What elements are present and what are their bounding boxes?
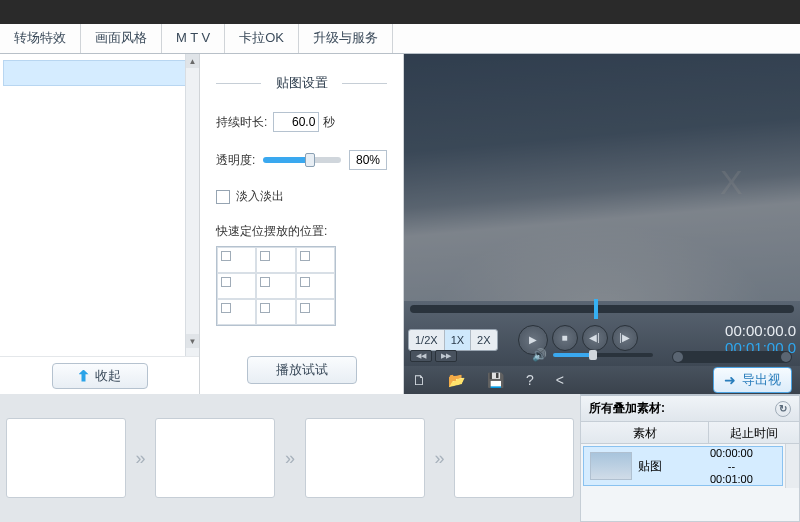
overlay-row[interactable]: 贴图 00:00:00 -- 00:01:00 (583, 446, 783, 486)
volume-slider[interactable] (553, 353, 653, 357)
playhead-icon[interactable] (594, 299, 598, 319)
tab-upgrade[interactable]: 升级与服务 (299, 24, 393, 53)
pos-br[interactable] (296, 299, 335, 325)
settings-panel: 贴图设置 持续时长: 秒 透明度: 淡入淡出 快速定位摆放的位置: 播放试试 (200, 54, 404, 394)
overlay-material-panel: 所有叠加素材: ↻ 素材 起止时间 贴图 00:00:00 -- 00:01:0… (580, 394, 800, 522)
player-controls: 1/2X 1X 2X ▶ ■ ◀| |▶ 00:00:00.0 00:01:00… (404, 301, 800, 365)
overlay-header: 所有叠加素材: (589, 400, 665, 417)
col-time: 起止时间 (709, 422, 799, 443)
timeline-clip[interactable] (155, 418, 275, 498)
collapse-label: 收起 (95, 367, 121, 385)
overlay-scrollbar[interactable] (785, 444, 799, 488)
timecode-current: 00:00:00.0 (725, 322, 796, 339)
timeline-clip[interactable] (6, 418, 126, 498)
tab-transition[interactable]: 转场特效 (0, 24, 81, 53)
duration-input[interactable] (273, 112, 319, 132)
pos-bc[interactable] (256, 299, 295, 325)
speed-half[interactable]: 1/2X (409, 330, 445, 350)
transition-icon[interactable]: » (130, 443, 152, 473)
tab-mtv[interactable]: M T V (162, 24, 225, 53)
prev-frame-button[interactable]: ◀| (582, 325, 608, 351)
speed-1x[interactable]: 1X (445, 330, 471, 350)
pos-tl[interactable] (217, 247, 256, 273)
overlay-name: 贴图 (638, 458, 710, 475)
pos-bl[interactable] (217, 299, 256, 325)
fade-checkbox[interactable] (216, 190, 230, 204)
h-scrollbar[interactable] (672, 351, 792, 363)
list-item-selected[interactable] (3, 60, 196, 86)
opacity-value[interactable] (349, 150, 387, 170)
refresh-button[interactable]: ↻ (775, 401, 791, 417)
video-preview[interactable]: X (404, 54, 800, 301)
fade-label: 淡入淡出 (236, 188, 284, 205)
export-button[interactable]: ➜ 导出视 (713, 367, 792, 393)
speed-selector[interactable]: 1/2X 1X 2X (408, 329, 498, 351)
opacity-slider[interactable] (263, 157, 341, 163)
skip-back-button[interactable]: ◀◀ (410, 350, 432, 362)
play-test-button[interactable]: 播放试试 (247, 356, 357, 384)
collapse-button[interactable]: 收起 (52, 363, 148, 389)
list-scrollbar[interactable]: ▲ ▼ (185, 54, 199, 394)
tab-style[interactable]: 画面风格 (81, 24, 162, 53)
export-icon: ➜ (724, 372, 736, 388)
pos-tc[interactable] (256, 247, 295, 273)
duration-unit: 秒 (323, 114, 335, 131)
open-button[interactable]: 📂 (448, 372, 465, 388)
duration-label: 持续时长: (216, 114, 267, 131)
pos-mr[interactable] (296, 273, 335, 299)
speed-2x[interactable]: 2X (471, 330, 496, 350)
skip-fwd-button[interactable]: ▶▶ (435, 350, 457, 362)
timeline-strip: » » » (0, 394, 580, 522)
pos-tr[interactable] (296, 247, 335, 273)
watermark: X (720, 163, 745, 202)
new-button[interactable]: 🗋 (412, 372, 426, 388)
export-label: 导出视 (742, 371, 781, 389)
stop-button[interactable]: ■ (552, 325, 578, 351)
timeline-clip[interactable] (305, 418, 425, 498)
position-grid[interactable] (216, 246, 336, 326)
scroll-down-icon[interactable]: ▼ (186, 334, 199, 348)
hourglass-icon (79, 370, 89, 382)
transition-icon[interactable]: » (279, 443, 301, 473)
panel-title: 贴图设置 (216, 74, 387, 92)
save-button[interactable]: 💾 (487, 372, 504, 388)
file-toolbar: 🗋 📂 💾 ? < ➜ 导出视 (404, 366, 800, 394)
pos-ml[interactable] (217, 273, 256, 299)
position-label: 快速定位摆放的位置: (216, 223, 387, 240)
timeline-clip[interactable] (454, 418, 574, 498)
opacity-label: 透明度: (216, 152, 255, 169)
help-button[interactable]: ? (526, 372, 534, 388)
scroll-up-icon[interactable]: ▲ (186, 54, 199, 68)
next-frame-button[interactable]: |▶ (612, 325, 638, 351)
pos-mc[interactable] (256, 273, 295, 299)
overlay-time: 00:00:00 -- 00:01:00 (710, 447, 753, 486)
tab-karaoke[interactable]: 卡拉OK (225, 24, 299, 53)
material-list-panel: ▲ ▼ 收起 (0, 54, 200, 394)
transition-icon[interactable]: » (429, 443, 451, 473)
slider-knob[interactable] (305, 153, 315, 167)
col-material: 素材 (581, 422, 709, 443)
share-button[interactable]: < (556, 372, 564, 388)
seek-bar[interactable] (410, 305, 794, 313)
volume-icon[interactable]: 🔊 (532, 348, 547, 362)
overlay-thumb (590, 452, 632, 480)
